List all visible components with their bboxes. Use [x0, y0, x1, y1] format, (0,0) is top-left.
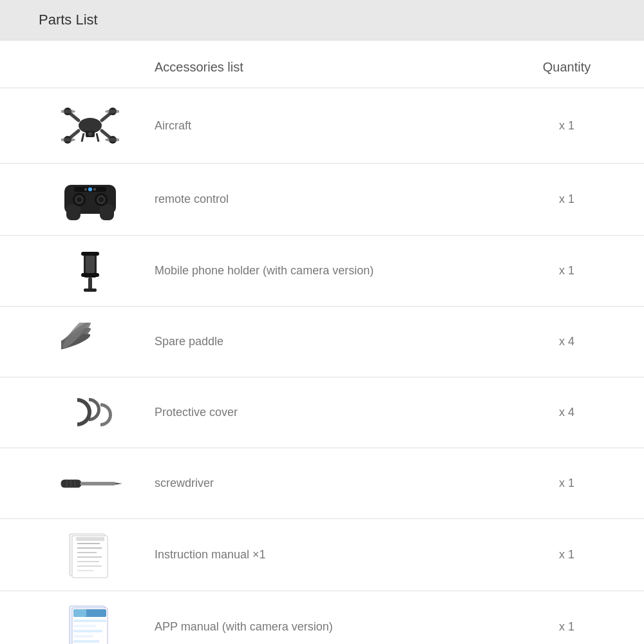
- table-row: Instruction manual ×1 x 1: [0, 518, 644, 591]
- item-qty-phone-holder: x 1: [528, 264, 605, 278]
- svg-point-25: [99, 197, 104, 202]
- col-qty-header: Quantity: [528, 60, 605, 75]
- parts-table: Aircraft x 1: [0, 88, 644, 644]
- item-qty-app-manual: x 1: [528, 620, 605, 634]
- svg-point-22: [77, 197, 82, 202]
- svg-rect-18: [66, 204, 80, 220]
- svg-rect-32: [81, 252, 99, 256]
- svg-point-10: [105, 109, 119, 113]
- svg-point-27: [88, 187, 92, 191]
- col-name-header: Accessories list: [142, 60, 528, 75]
- table-row: Mobile phone holder (with camera version…: [0, 235, 644, 306]
- svg-rect-31: [86, 254, 95, 273]
- svg-rect-64: [73, 640, 99, 643]
- svg-line-15: [82, 133, 84, 142]
- item-qty-remote: x 1: [528, 193, 605, 206]
- item-qty-screwdriver: x 1: [528, 477, 605, 490]
- svg-point-9: [61, 109, 75, 113]
- svg-rect-63: [73, 635, 93, 638]
- item-qty-aircraft: x 1: [528, 119, 605, 133]
- svg-point-14: [88, 132, 92, 136]
- table-row: Aircraft x 1: [0, 88, 644, 163]
- svg-point-11: [61, 138, 75, 142]
- item-name-paddle: Spare paddle: [142, 335, 528, 348]
- item-name-remote: remote control: [142, 193, 528, 206]
- svg-point-28: [84, 188, 87, 191]
- table-row: Protective cover x 4: [0, 377, 644, 448]
- table-row: screwdriver x 1: [0, 448, 644, 518]
- item-name-phone-holder: Mobile phone holder (with camera version…: [142, 264, 528, 278]
- item-name-manual: Instruction manual ×1: [142, 548, 528, 562]
- table-header: Accessories list Quantity: [0, 41, 644, 88]
- page-header: Parts List: [0, 0, 644, 41]
- svg-rect-19: [100, 204, 114, 220]
- page-title: Parts List: [39, 12, 98, 28]
- svg-point-12: [105, 138, 119, 142]
- item-name-cover: Protective cover: [142, 406, 528, 419]
- item-name-aircraft: Aircraft: [142, 119, 528, 133]
- table-row: Spare paddle x 4: [0, 306, 644, 377]
- main-content: Accessories list Quantity: [0, 41, 644, 644]
- svg-rect-61: [73, 625, 96, 627]
- item-qty-cover: x 4: [528, 406, 605, 419]
- svg-rect-60: [73, 620, 106, 622]
- table-row: APP manual (with camera version) x 1: [0, 591, 644, 644]
- svg-rect-62: [73, 630, 102, 632]
- svg-rect-55: [76, 537, 104, 541]
- item-name-app-manual: APP manual (with camera version): [142, 620, 528, 634]
- item-name-screwdriver: screwdriver: [142, 477, 528, 490]
- svg-line-16: [97, 133, 99, 142]
- svg-rect-33: [81, 273, 99, 277]
- svg-point-29: [93, 188, 96, 191]
- svg-rect-35: [84, 289, 97, 292]
- svg-rect-41: [80, 482, 116, 485]
- item-qty-manual: x 1: [528, 548, 605, 562]
- item-qty-paddle: x 4: [528, 335, 605, 348]
- table-row: remote control x 1: [0, 163, 644, 235]
- svg-marker-42: [115, 482, 122, 485]
- svg-rect-59: [73, 609, 86, 617]
